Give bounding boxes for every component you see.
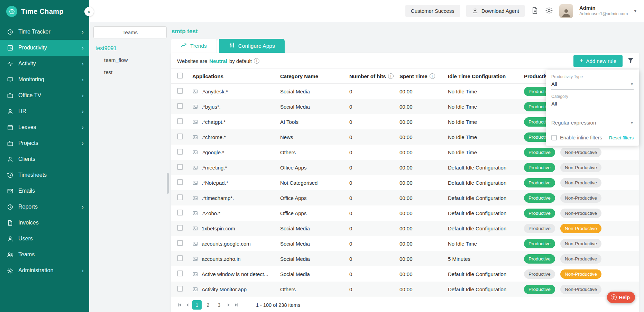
sidebar-item-hr[interactable]: HR› [0,103,89,119]
scrollbar-thumb[interactable] [167,173,169,194]
sidebar-item-label: Reports [18,204,38,210]
spent-time-info-icon[interactable]: i [430,73,435,79]
row-checkbox[interactable] [177,210,183,215]
category-filter-select[interactable]: All [551,99,634,109]
filter-toggle-button[interactable] [627,57,634,65]
sidebar-item-clients[interactable]: Clients [0,151,89,167]
team-item-root[interactable]: test9091 [93,38,167,53]
sidebar-collapse-button[interactable]: « [84,7,94,16]
sidebar-item-timesheets[interactable]: Timesheets [0,167,89,183]
column-header-spent-time[interactable]: Spent Time i [399,73,448,79]
row-checkbox[interactable] [177,149,183,155]
user-menu[interactable]: Admin Adminuser1@admin.com [579,5,628,17]
productive-badge[interactable]: Productive [524,224,555,233]
row-checkbox[interactable] [177,134,183,139]
productive-badge[interactable]: Productive [524,193,555,203]
non-productive-badge[interactable]: Non-Productive [560,148,601,157]
row-checkbox[interactable] [177,255,183,261]
help-button[interactable]: ? Help [607,292,635,303]
productive-badge[interactable]: Productive [524,178,555,187]
sidebar-item-leaves[interactable]: Leaves› [0,119,89,135]
sidebar-item-productivity[interactable]: Productivity› [0,40,89,56]
application-name: accounts.zoho.in [202,256,241,262]
productive-badge[interactable]: Productive [524,239,555,248]
column-header-category[interactable]: Category Name [280,73,349,79]
hits-info-icon[interactable]: i [388,73,394,79]
productive-badge[interactable]: Productive [524,148,555,157]
select-all-checkbox[interactable] [177,73,183,79]
row-checkbox[interactable] [177,103,183,109]
settings-button[interactable] [545,7,553,16]
briefcase-icon [7,140,13,147]
table-row: .*Zoho.*Office Apps000:00Default Idle Co… [171,205,639,221]
non-productive-badge[interactable]: Non-Productive [560,254,601,264]
application-name: Activity Monitor.app [202,286,247,292]
productive-badge[interactable]: Productive [524,163,555,172]
category-cell: Others [280,149,349,155]
non-productive-badge[interactable]: Non-Productive [560,163,601,172]
last-page-button[interactable] [234,302,239,308]
row-checkbox[interactable] [177,240,183,246]
first-page-button[interactable] [177,302,182,308]
tab-configure-apps[interactable]: Configure Apps [217,39,285,53]
sidebar-item-office-tv[interactable]: Office TV› [0,88,89,103]
productivity-type-filter-select[interactable]: All ▾ [551,79,634,90]
add-new-rule-button[interactable]: + Add new rule [573,55,623,67]
regular-expression-select[interactable]: Regular expression ▾ [551,118,634,128]
previous-page-button[interactable] [185,302,190,308]
timechamp-logo-icon [6,6,17,17]
application-name: .*Zoho.* [202,210,220,216]
non-productive-badge[interactable]: Non-Productive [560,209,601,218]
row-checkbox[interactable] [177,118,183,124]
non-productive-badge[interactable]: Non-Productive [560,239,601,248]
non-productive-badge[interactable]: Non-Productive [560,224,601,233]
productive-badge[interactable]: Productive [524,254,555,264]
productive-badge[interactable]: Productive [524,269,555,279]
row-checkbox[interactable] [177,225,183,231]
non-productive-badge[interactable]: Non-Productive [560,269,601,279]
user-avatar[interactable] [559,4,573,18]
page-button-1[interactable]: 1 [192,300,202,310]
sidebar-item-administration[interactable]: Administration› [0,263,89,278]
row-checkbox[interactable] [177,286,183,292]
column-header-idle-config[interactable]: Idle Time Configuration [448,73,524,79]
sidebar-item-monitoring[interactable]: Monitoring› [0,72,89,88]
row-checkbox[interactable] [177,194,183,200]
info-icon[interactable]: i [254,58,259,64]
customer-success-button[interactable]: Customer Success [405,5,460,17]
reset-filters-link[interactable]: Reset filters [609,135,634,140]
sidebar-item-users[interactable]: Users [0,231,89,247]
sidebar-item-activity[interactable]: Activity› [0,56,89,72]
row-checkbox[interactable] [177,88,183,94]
sidebar-item-label: Productivity [18,45,47,51]
row-checkbox[interactable] [177,164,183,170]
tab-trends[interactable]: Trends [171,39,217,53]
sidebar-item-invoices[interactable]: Invoices [0,215,89,231]
non-productive-badge[interactable]: Non-Productive [560,193,601,203]
row-checkbox[interactable] [177,179,183,185]
download-agent-button[interactable]: Download Agent [466,5,525,17]
page-button-2[interactable]: 2 [203,300,213,310]
release-notes-button[interactable] [531,7,539,16]
hits-cell: 0 [349,210,399,216]
team-item-team-flow[interactable]: team_flow [93,53,167,65]
page-button-3[interactable]: 3 [214,300,224,310]
sidebar-item-time-tracker[interactable]: Time Tracker› [0,24,89,40]
non-productive-badge[interactable]: Non-Productive [560,285,601,294]
non-productive-badge[interactable]: Non-Productive [560,178,601,187]
enable-inline-filters-checkbox[interactable] [551,135,557,140]
productive-badge[interactable]: Productive [524,209,555,218]
column-header-applications[interactable]: Applications [192,73,280,79]
team-item-test[interactable]: test [93,65,167,77]
column-header-hits[interactable]: Number of hits i [349,73,399,79]
row-checkbox[interactable] [177,270,183,276]
tab-bar: Trends Configure Apps [171,39,644,53]
next-page-button[interactable] [226,302,231,308]
sidebar-item-projects[interactable]: Projects› [0,135,89,151]
teams-selector[interactable]: Teams [93,26,167,38]
sidebar-item-reports[interactable]: Reports› [0,199,89,215]
productive-badge[interactable]: Productive [524,285,555,294]
user-menu-chevron-down-icon[interactable]: ▾ [634,8,636,13]
sidebar-item-emails[interactable]: Emails [0,183,89,199]
sidebar-item-teams[interactable]: Teams [0,247,89,263]
